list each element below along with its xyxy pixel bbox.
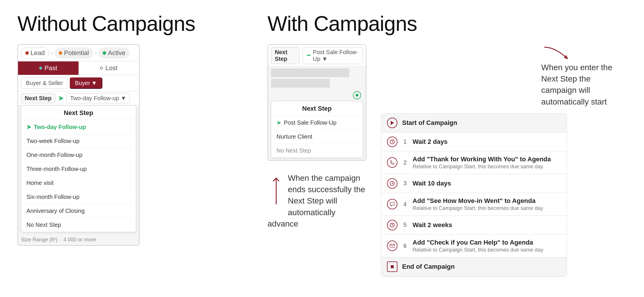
- lost-button[interactable]: Lost: [79, 61, 139, 75]
- step-3-title: Wait 10 days: [413, 180, 561, 187]
- left-dropdown-header: Next Step: [21, 106, 136, 120]
- lead-label: Lead: [31, 49, 45, 57]
- potential-tab[interactable]: Potential: [55, 47, 93, 59]
- right-dropdown-panel: Next Step ➤ Post Sale Follow-Up Nurture …: [271, 101, 363, 158]
- right-dropdown-item-2[interactable]: No Next Step: [271, 144, 363, 158]
- active-tab[interactable]: Active: [99, 47, 129, 59]
- lost-label: Lost: [105, 64, 117, 72]
- arrow-icon-left: ➤: [58, 95, 63, 102]
- step-number-5: 5: [402, 222, 408, 228]
- post-sale-arrow-icon: ⮕: [306, 53, 311, 58]
- step-1-title: Wait 2 days: [413, 138, 561, 146]
- clock-icon-3: [387, 178, 397, 189]
- step-6-title: Add "Check if you Can Help" to Agenda: [413, 239, 561, 246]
- dropdown-item-7[interactable]: No Next Step: [21, 218, 136, 232]
- dropdown-item-label-2: One-month Follow-up: [26, 152, 82, 158]
- right-dropdown-label-1: Nurture Client: [276, 133, 312, 140]
- step-6-text: Add "Check if you Can Help" to Agenda Re…: [413, 239, 561, 253]
- svg-rect-11: [391, 265, 394, 268]
- right-main-layout: Next Step ⮕ Post Sale Follow-Up ▼: [267, 44, 627, 277]
- bottom-annotation-text: When the campaign ends successfully the …: [267, 172, 366, 229]
- step-5-title: Wait 2 weeks: [413, 221, 561, 229]
- bottom-annotation-area: When the campaign ends successfully the …: [267, 172, 366, 229]
- post-sale-label: Post Sale Follow-Up ▼: [313, 49, 359, 62]
- campaign-row-6: 6 Add "Check if you Can Help" to Agenda …: [381, 235, 567, 257]
- circle-radio-inner: [356, 94, 358, 97]
- size-range-value: 4 000 or more: [63, 237, 96, 243]
- dropdown-item-6[interactable]: Anniversary of Closing: [21, 204, 136, 218]
- lost-circle: [100, 67, 103, 70]
- campaign-row-5: 5 Wait 2 weeks: [381, 216, 567, 235]
- left-phone-mockup: Lead › Potential › Active Past Lost: [17, 44, 140, 246]
- svg-line-3: [392, 142, 393, 142]
- dropdown-item-label-3: Three-month Follow-up: [26, 166, 87, 172]
- dropdown-item-1[interactable]: Two-week Follow-up: [21, 134, 136, 148]
- chevron-1: ›: [51, 49, 53, 57]
- buyer-label: Buyer: [75, 80, 90, 86]
- campaign-end-row: End of Campaign: [381, 257, 567, 276]
- lead-tab[interactable]: Lead: [21, 47, 49, 59]
- step-4-title: Add "See How Move-in Went" to Agenda: [413, 197, 561, 205]
- dropdown-item-label-1: Two-week Follow-up: [26, 138, 79, 144]
- two-day-button[interactable]: Two-day Follow-up ▼: [66, 93, 130, 103]
- right-title: With Campaigns: [267, 12, 417, 36]
- dropdown-item-label-4: Home visit: [26, 180, 53, 186]
- chat-icon: [387, 199, 397, 209]
- right-dropdown-item-0[interactable]: ➤ Post Sale Follow-Up: [271, 116, 363, 130]
- svg-line-6: [392, 183, 393, 184]
- dropdown-item-4[interactable]: Home visit: [21, 176, 136, 190]
- bottom-arrow-svg: [267, 172, 285, 207]
- right-dropdown-item-1[interactable]: Nurture Client: [271, 130, 363, 144]
- top-annotation-block: When you enter the Next Step the campaig…: [541, 44, 627, 107]
- two-day-label: Two-day Follow-up ▼: [70, 95, 126, 102]
- active-label: Active: [108, 49, 125, 57]
- dropdown-item-label-7: No Next Step: [26, 222, 61, 228]
- campaign-end-label: End of Campaign: [402, 263, 455, 271]
- gray-bar-1: [271, 68, 349, 77]
- left-dropdown-panel: Next Step ➤ Two-day Follow-up Two-week F…: [21, 105, 136, 232]
- svg-marker-0: [391, 121, 394, 125]
- right-phone-mockup: Next Step ⮕ Post Sale Follow-Up ▼: [267, 44, 366, 161]
- circle-radio[interactable]: [353, 91, 361, 99]
- past-button[interactable]: Past: [18, 61, 79, 75]
- right-section: With Campaigns Next Step ⮕ Post Sale Fol…: [244, 12, 627, 285]
- step-number-4: 4: [402, 201, 408, 208]
- right-selected-arrow-icon: ➤: [276, 119, 281, 126]
- step-number-3: 3: [402, 180, 408, 187]
- campaign-panel: Start of Campaign 1 Wait 2 days: [381, 113, 567, 277]
- dropdown-item-0[interactable]: ➤ Two-day Follow-up: [21, 120, 136, 134]
- left-title: Without Campaigns: [17, 12, 195, 36]
- top-annotation-area: When you enter the Next Step the campaig…: [381, 44, 627, 107]
- dropdown-item-3[interactable]: Three-month Follow-up: [21, 162, 136, 176]
- next-step-bar-left: Next Step ➤ Two-day Follow-up ▼: [18, 91, 139, 105]
- potential-label: Potential: [64, 49, 89, 57]
- stop-icon: [387, 261, 397, 272]
- campaign-row-2: 2 Add "Thank for Working With You" to Ag…: [381, 151, 567, 174]
- clock-icon-5: [387, 220, 397, 230]
- buyer-button[interactable]: Buyer ▼: [70, 77, 102, 89]
- top-annotation-text: When you enter the Next Step the campaig…: [541, 62, 627, 107]
- active-dot: [103, 51, 106, 55]
- past-lost-row: Past Lost: [18, 61, 139, 75]
- chevron-2: ›: [95, 49, 97, 57]
- mail-icon: [387, 241, 397, 251]
- dropdown-item-label-5: Six-month Follow-up: [26, 194, 79, 200]
- dropdown-item-5[interactable]: Six-month Follow-up: [21, 190, 136, 204]
- radio-container: [268, 89, 366, 101]
- buyer-seller-button[interactable]: Buyer & Seller: [21, 77, 68, 89]
- top-arrow-svg: [541, 44, 570, 62]
- right-dropdown-label-2: No Next Step: [276, 147, 311, 154]
- right-dropdown-header: Next Step: [271, 101, 363, 116]
- post-sale-button[interactable]: ⮕ Post Sale Follow-Up ▼: [303, 47, 363, 64]
- dropdown-item-2[interactable]: One-month Follow-up: [21, 148, 136, 162]
- right-phone-area: Next Step ⮕ Post Sale Follow-Up ▼: [267, 44, 366, 229]
- dropdown-item-label-6: Anniversary of Closing: [26, 208, 85, 214]
- step-4-text: Add "See How Move-in Went" to Agenda Rel…: [413, 197, 561, 211]
- step-1-text: Wait 2 days: [413, 138, 561, 146]
- step-4-subtitle: Relative to Campaign Start, this becomes…: [413, 205, 561, 211]
- svg-line-9: [392, 225, 393, 226]
- potential-dot: [59, 51, 62, 55]
- status-tabs-row: Lead › Potential › Active: [18, 45, 139, 61]
- step-number-6: 6: [402, 243, 408, 249]
- left-section: Without Campaigns Lead › Potential › Act…: [17, 12, 244, 285]
